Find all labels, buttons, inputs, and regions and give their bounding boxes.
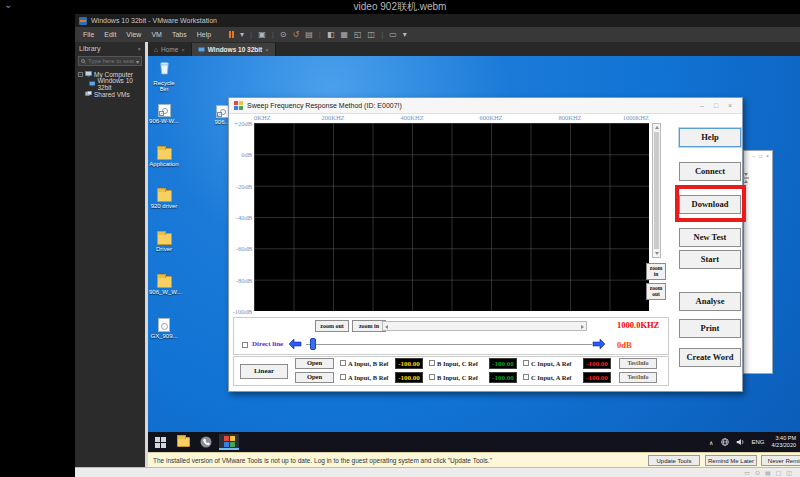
status-usb-icon[interactable]: ▢ — [776, 470, 782, 476]
show-library-icon[interactable]: ◧ — [325, 30, 337, 40]
direct-line-checkbox[interactable] — [242, 342, 248, 348]
suspend-button[interactable] — [227, 31, 236, 38]
print-button[interactable]: Print — [679, 319, 741, 338]
db-tick-label: 0dB — [231, 151, 252, 158]
video-collapse-chevron-icon[interactable]: ⌄ — [4, 0, 12, 12]
scroll-down-icon[interactable] — [655, 252, 659, 255]
pan-left-arrow-button[interactable] — [288, 338, 302, 350]
pan-right-arrow-button[interactable] — [592, 338, 606, 350]
vmware-tab-bar: ⌂ Home × Windows 10 32bit × — [148, 42, 800, 56]
tab-windows-10-32bit[interactable]: Windows 10 32bit × — [192, 43, 276, 56]
scroll-thumb[interactable] — [654, 132, 659, 249]
start-button[interactable] — [150, 434, 170, 450]
a-input-checkbox-row2[interactable] — [340, 374, 346, 380]
remind-me-later-button[interactable]: Remind Me Later — [705, 455, 757, 466]
menu-help[interactable]: Help — [193, 30, 215, 39]
open-button-row1[interactable]: Open — [295, 358, 334, 369]
status-sound-icon[interactable]: ◫ — [786, 470, 792, 476]
app-minimize-icon[interactable]: – — [695, 102, 709, 109]
status-cd-icon[interactable]: ⊙ — [755, 470, 760, 476]
network-icon[interactable] — [721, 438, 729, 446]
tray-clock[interactable]: 3:40 PM 4/23/2020 — [772, 435, 796, 448]
desktop-icon-driver[interactable]: Driver — [149, 233, 179, 252]
fullscreen-icon[interactable]: ◱ — [352, 30, 364, 40]
speaker-icon[interactable] — [736, 438, 745, 446]
desktop-icon-application[interactable]: Application — [149, 148, 179, 167]
desktop-icon-shortcut-1[interactable]: ↗ 906-W-W... — [149, 104, 179, 124]
menu-view[interactable]: View — [122, 30, 145, 39]
tray-language[interactable]: ENG — [752, 439, 765, 445]
position-slider-thumb[interactable] — [310, 338, 316, 350]
connect-button[interactable]: Connect — [679, 162, 741, 181]
scroll-left-icon[interactable] — [385, 325, 388, 329]
menu-file[interactable]: File — [79, 30, 98, 39]
tree-collapse-icon[interactable]: − — [78, 72, 83, 77]
app-maximize-icon[interactable]: □ — [709, 102, 723, 109]
scroll-down-icon[interactable] — [744, 173, 748, 176]
zoom-out-button[interactable]: zoom out — [315, 320, 349, 332]
update-tools-button[interactable]: Update Tools — [648, 455, 700, 466]
bg-maximize-icon[interactable]: □ — [759, 153, 762, 159]
scroll-right-icon[interactable] — [581, 325, 584, 329]
desktop-icon-disc-image[interactable]: GX_909... — [149, 318, 179, 339]
app-shortcut-icon: ↗ — [158, 104, 171, 117]
bg-minimize-icon[interactable]: – — [752, 153, 755, 159]
start-button[interactable]: Start — [679, 250, 741, 269]
suspend-dropdown-icon[interactable]: ▾ — [238, 30, 246, 40]
testinfo-button-row2[interactable]: TestInfo — [619, 372, 657, 383]
menu-vm[interactable]: VM — [147, 30, 166, 39]
c-input-checkbox-row2[interactable] — [523, 374, 529, 380]
a-input-checkbox-row1[interactable] — [340, 360, 346, 366]
library-search-input[interactable] — [88, 58, 134, 64]
chart-zoom-in-button[interactable]: zoom in — [646, 263, 666, 280]
desktop-icon-recycle-bin[interactable]: Recycle Bin — [149, 60, 179, 93]
scroll-up-icon[interactable] — [744, 180, 748, 183]
tray-expand-chevron-icon[interactable]: ∧ — [709, 439, 713, 446]
open-button-row2[interactable]: Open — [295, 372, 334, 383]
desktop-icon-folder-kms[interactable]: 906_W_W... — [149, 276, 179, 295]
never-remind-button[interactable]: Never Remind — [761, 455, 800, 466]
tab-close-icon[interactable]: × — [181, 47, 185, 53]
chart-zoom-out-button[interactable]: zoom out — [646, 283, 666, 300]
phone-app-button[interactable] — [196, 434, 216, 450]
tree-item-windows-10-32bit[interactable]: Windows 10 32bit — [75, 79, 145, 89]
menu-edit[interactable]: Edit — [100, 30, 120, 39]
tab-home[interactable]: ⌂ Home × — [148, 43, 192, 56]
unity-icon[interactable]: ◫ — [366, 30, 378, 40]
library-search-dropdown-icon[interactable]: ▾ — [136, 58, 139, 65]
take-snapshot-icon[interactable]: ⊙ — [278, 30, 289, 40]
sweep-app-taskbar-button[interactable] — [219, 434, 239, 450]
send-ctrl-alt-del-icon[interactable]: ▣ — [256, 30, 268, 40]
chart-vertical-scrollbar[interactable] — [652, 123, 661, 258]
help-button[interactable]: Help — [679, 128, 741, 147]
chart-horizontal-scrollbar[interactable] — [382, 321, 587, 331]
keyboard-dropdown-icon[interactable]: ▾ — [401, 30, 409, 40]
revert-snapshot-icon[interactable]: ↺ — [291, 30, 302, 40]
snapshot-manager-icon[interactable]: ▤ — [303, 30, 315, 40]
chart-plot-area[interactable] — [254, 123, 649, 311]
desktop-icon-920-driver[interactable]: 920 driver — [149, 190, 179, 209]
app-close-icon[interactable]: × — [723, 102, 737, 109]
file-explorer-button[interactable] — [173, 434, 193, 450]
background-window[interactable]: – □ × — [743, 150, 773, 374]
testinfo-button-row1[interactable]: TestInfo — [619, 358, 657, 369]
b-input-checkbox-row1[interactable] — [429, 360, 435, 366]
zoom-in-button[interactable]: zoom in — [352, 320, 386, 332]
status-network-adapter-icon[interactable]: ▤ — [765, 470, 771, 476]
library-close-icon[interactable]: × — [137, 46, 141, 52]
b-input-checkbox-row2[interactable] — [429, 374, 435, 380]
position-slider-track[interactable] — [306, 344, 592, 345]
app-title-bar: Sweep Frequency Response Method (ID: E00… — [229, 98, 742, 114]
enhanced-keyboard-icon[interactable]: ▭ — [387, 30, 399, 40]
create-word-button[interactable]: Create Word — [679, 348, 741, 367]
tab-close-icon[interactable]: × — [265, 47, 269, 53]
scroll-up-icon[interactable] — [655, 126, 659, 129]
new-test-button[interactable]: New Test — [679, 228, 741, 247]
thumbnail-bar-icon[interactable]: ▦ — [338, 30, 350, 40]
analyse-button[interactable]: Analyse — [679, 292, 741, 311]
bg-close-icon[interactable]: × — [766, 153, 769, 159]
linear-button[interactable]: Linear — [240, 364, 288, 379]
status-hdd-icon[interactable]: ▭ — [744, 470, 750, 476]
c-input-checkbox-row1[interactable] — [523, 360, 529, 366]
menu-tabs[interactable]: Tabs — [168, 30, 191, 39]
